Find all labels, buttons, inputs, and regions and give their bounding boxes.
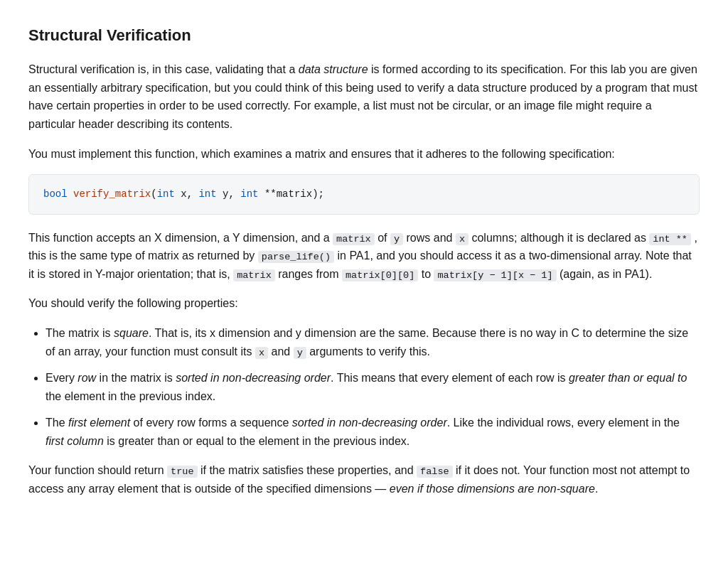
intro-paragraph-2: You must implement this function, which …	[28, 145, 700, 163]
inline-code-parse-life: parse_life()	[258, 251, 334, 263]
verify-header: You should verify the following properti…	[28, 294, 700, 313]
em-greater-equal: greater than or equal to	[569, 372, 687, 384]
em-sorted-non-decreasing-2: sorted in non-decreasing order	[292, 417, 447, 429]
footer-paragraph: Your function should return true if the …	[28, 461, 700, 498]
intro-paragraph-1: Structural verification is, in this case…	[28, 60, 700, 133]
em-sorted-non-decreasing-1: sorted in non-decreasing order	[176, 372, 331, 384]
inline-code-true: true	[167, 466, 197, 478]
em-row: row	[77, 372, 96, 384]
list-item-first-element: The first element of every row forms a s…	[46, 414, 700, 450]
inline-code-int-ptr: int **	[649, 233, 691, 245]
inline-code-matrix-start: matrix[0][0]	[342, 269, 418, 281]
code-int-keyword-3: int	[240, 188, 258, 200]
em-first-column: first column	[46, 435, 104, 447]
properties-list: The matrix is square. That is, its x dim…	[46, 324, 700, 451]
inline-code-y-arg: y	[294, 347, 306, 359]
em-non-square: even if those dimensions are non-square	[390, 483, 595, 495]
inline-code-false: false	[417, 466, 453, 478]
code-function-name: verify_matrix	[73, 188, 151, 200]
em-square: square	[114, 327, 149, 339]
inline-code-y: y	[390, 233, 403, 245]
inline-code-x-arg: x	[255, 347, 268, 359]
inline-code-matrix: matrix	[333, 233, 375, 245]
description-paragraph-1: This function accepts an X dimension, a …	[28, 229, 700, 284]
inline-code-x: x	[456, 233, 469, 245]
code-int-keyword-2: int	[198, 188, 216, 200]
inline-code-matrix-end: matrix[y − 1][x − 1]	[434, 269, 556, 281]
inline-code-matrix2: matrix	[233, 269, 275, 281]
list-item-row-sorted: Every row in the matrix is sorted in non…	[46, 369, 700, 405]
code-block: bool verify_matrix(int x, int y, int **m…	[28, 174, 700, 214]
em-first-element: first element	[68, 417, 130, 429]
list-item-square: The matrix is square. That is, its x dim…	[46, 324, 700, 360]
code-bool-keyword: bool	[43, 188, 68, 200]
code-int-keyword-1: int	[157, 188, 175, 200]
page-title: Structural Verification	[28, 23, 700, 48]
